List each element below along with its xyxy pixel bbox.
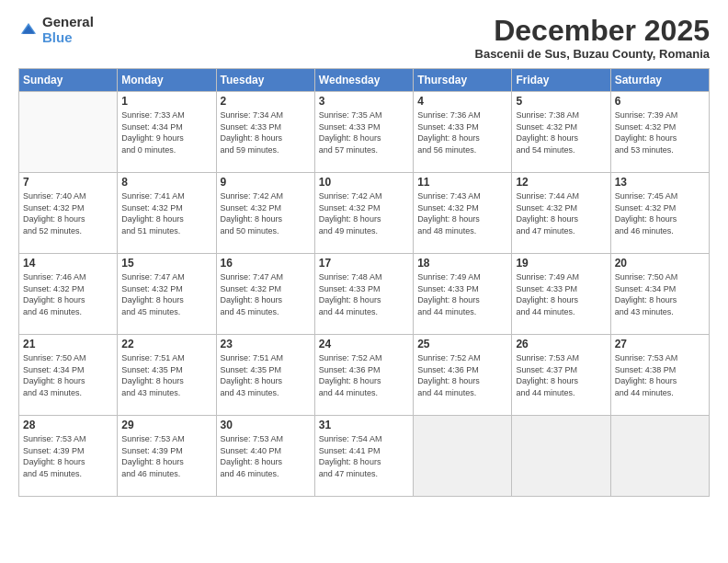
day-info: Sunrise: 7:41 AMSunset: 4:32 PMDaylight:… — [121, 190, 211, 236]
table-row: 2Sunrise: 7:34 AMSunset: 4:33 PMDaylight… — [216, 92, 314, 173]
day-number: 21 — [23, 338, 113, 350]
table-row: 27Sunrise: 7:53 AMSunset: 4:38 PMDayligh… — [610, 335, 709, 416]
day-number: 1 — [121, 95, 211, 108]
table-row — [19, 92, 118, 173]
day-number: 29 — [121, 419, 211, 431]
day-info: Sunrise: 7:50 AMSunset: 4:34 PMDaylight:… — [615, 271, 705, 317]
logo-icon — [18, 20, 39, 40]
table-row: 29Sunrise: 7:53 AMSunset: 4:39 PMDayligh… — [118, 416, 216, 497]
day-info: Sunrise: 7:44 AMSunset: 4:32 PMDaylight:… — [516, 190, 606, 236]
table-row — [512, 416, 610, 497]
day-number: 11 — [417, 176, 507, 189]
day-info: Sunrise: 7:52 AMSunset: 4:36 PMDaylight:… — [417, 352, 507, 398]
table-row: 23Sunrise: 7:51 AMSunset: 4:35 PMDayligh… — [216, 335, 314, 416]
table-row: 26Sunrise: 7:53 AMSunset: 4:37 PMDayligh… — [512, 335, 610, 416]
day-info: Sunrise: 7:46 AMSunset: 4:32 PMDaylight:… — [23, 271, 113, 317]
day-info: Sunrise: 7:39 AMSunset: 4:32 PMDaylight:… — [615, 109, 705, 155]
day-info: Sunrise: 7:53 AMSunset: 4:40 PMDaylight:… — [221, 433, 311, 479]
day-number: 15 — [121, 257, 211, 270]
day-number: 28 — [23, 419, 113, 431]
table-row: 18Sunrise: 7:49 AMSunset: 4:33 PMDayligh… — [414, 254, 512, 335]
day-info: Sunrise: 7:38 AMSunset: 4:32 PMDaylight:… — [516, 109, 606, 155]
col-saturday: Saturday — [610, 69, 709, 92]
day-info: Sunrise: 7:51 AMSunset: 4:35 PMDaylight:… — [221, 352, 311, 398]
table-row: 14Sunrise: 7:46 AMSunset: 4:32 PMDayligh… — [19, 254, 118, 335]
table-row: 6Sunrise: 7:39 AMSunset: 4:32 PMDaylight… — [610, 92, 709, 173]
table-row: 31Sunrise: 7:54 AMSunset: 4:41 PMDayligh… — [314, 416, 413, 497]
day-number: 27 — [615, 338, 705, 350]
day-info: Sunrise: 7:35 AMSunset: 4:33 PMDaylight:… — [319, 109, 409, 155]
table-row: 11Sunrise: 7:43 AMSunset: 4:32 PMDayligh… — [414, 173, 512, 254]
table-row: 4Sunrise: 7:36 AMSunset: 4:33 PMDaylight… — [414, 92, 512, 173]
day-number: 6 — [615, 95, 705, 108]
day-number: 10 — [319, 176, 409, 189]
col-monday: Monday — [118, 69, 216, 92]
calendar-week-row: 28Sunrise: 7:53 AMSunset: 4:39 PMDayligh… — [19, 416, 710, 497]
col-sunday: Sunday — [19, 69, 118, 92]
day-info: Sunrise: 7:40 AMSunset: 4:32 PMDaylight:… — [23, 190, 113, 236]
day-info: Sunrise: 7:49 AMSunset: 4:33 PMDaylight:… — [417, 271, 507, 317]
title-block: December 2025 Bascenii de Sus, Buzau Cou… — [475, 15, 710, 61]
day-number: 13 — [615, 176, 705, 189]
header: General Blue December 2025 Bascenii de S… — [18, 15, 710, 61]
col-thursday: Thursday — [414, 69, 512, 92]
day-info: Sunrise: 7:51 AMSunset: 4:35 PMDaylight:… — [121, 352, 211, 398]
day-info: Sunrise: 7:54 AMSunset: 4:41 PMDaylight:… — [319, 433, 409, 479]
day-number: 25 — [417, 338, 507, 350]
day-number: 26 — [516, 338, 606, 350]
day-info: Sunrise: 7:53 AMSunset: 4:39 PMDaylight:… — [23, 433, 113, 479]
calendar-header-row: Sunday Monday Tuesday Wednesday Thursday… — [19, 69, 710, 92]
month-title: December 2025 — [475, 15, 710, 47]
logo-blue-text: Blue — [42, 30, 94, 46]
day-info: Sunrise: 7:48 AMSunset: 4:33 PMDaylight:… — [319, 271, 409, 317]
day-number: 3 — [319, 95, 409, 108]
day-info: Sunrise: 7:42 AMSunset: 4:32 PMDaylight:… — [319, 190, 409, 236]
day-info: Sunrise: 7:42 AMSunset: 4:32 PMDaylight:… — [221, 190, 311, 236]
day-number: 14 — [23, 257, 113, 270]
day-info: Sunrise: 7:53 AMSunset: 4:38 PMDaylight:… — [615, 352, 705, 398]
day-number: 30 — [221, 419, 311, 431]
day-number: 22 — [121, 338, 211, 350]
day-number: 7 — [23, 176, 113, 189]
day-number: 23 — [221, 338, 311, 350]
day-number: 4 — [417, 95, 507, 108]
calendar-week-row: 7Sunrise: 7:40 AMSunset: 4:32 PMDaylight… — [19, 173, 710, 254]
logo: General Blue — [18, 15, 94, 45]
page: General Blue December 2025 Bascenii de S… — [0, 0, 728, 563]
table-row: 19Sunrise: 7:49 AMSunset: 4:33 PMDayligh… — [512, 254, 610, 335]
day-number: 8 — [121, 176, 211, 189]
table-row: 12Sunrise: 7:44 AMSunset: 4:32 PMDayligh… — [512, 173, 610, 254]
day-info: Sunrise: 7:43 AMSunset: 4:32 PMDaylight:… — [417, 190, 507, 236]
day-info: Sunrise: 7:47 AMSunset: 4:32 PMDaylight:… — [121, 271, 211, 317]
day-number: 9 — [221, 176, 311, 189]
logo-general-text: General — [42, 15, 94, 30]
day-info: Sunrise: 7:34 AMSunset: 4:33 PMDaylight:… — [221, 109, 311, 155]
day-number: 19 — [516, 257, 606, 270]
day-info: Sunrise: 7:36 AMSunset: 4:33 PMDaylight:… — [417, 109, 507, 155]
table-row: 20Sunrise: 7:50 AMSunset: 4:34 PMDayligh… — [610, 254, 709, 335]
day-number: 12 — [516, 176, 606, 189]
col-wednesday: Wednesday — [314, 69, 413, 92]
table-row: 15Sunrise: 7:47 AMSunset: 4:32 PMDayligh… — [118, 254, 216, 335]
day-info: Sunrise: 7:53 AMSunset: 4:39 PMDaylight:… — [121, 433, 211, 479]
table-row: 1Sunrise: 7:33 AMSunset: 4:34 PMDaylight… — [118, 92, 216, 173]
table-row: 28Sunrise: 7:53 AMSunset: 4:39 PMDayligh… — [19, 416, 118, 497]
table-row — [610, 416, 709, 497]
table-row — [414, 416, 512, 497]
table-row: 7Sunrise: 7:40 AMSunset: 4:32 PMDaylight… — [19, 173, 118, 254]
col-tuesday: Tuesday — [216, 69, 314, 92]
calendar-table: Sunday Monday Tuesday Wednesday Thursday… — [18, 68, 710, 497]
calendar-week-row: 21Sunrise: 7:50 AMSunset: 4:34 PMDayligh… — [19, 335, 710, 416]
day-info: Sunrise: 7:45 AMSunset: 4:32 PMDaylight:… — [615, 190, 705, 236]
table-row: 13Sunrise: 7:45 AMSunset: 4:32 PMDayligh… — [610, 173, 709, 254]
table-row: 3Sunrise: 7:35 AMSunset: 4:33 PMDaylight… — [314, 92, 413, 173]
day-info: Sunrise: 7:50 AMSunset: 4:34 PMDaylight:… — [23, 352, 113, 398]
col-friday: Friday — [512, 69, 610, 92]
day-number: 5 — [516, 95, 606, 108]
location-subtitle: Bascenii de Sus, Buzau County, Romania — [475, 47, 710, 61]
table-row: 10Sunrise: 7:42 AMSunset: 4:32 PMDayligh… — [314, 173, 413, 254]
table-row: 9Sunrise: 7:42 AMSunset: 4:32 PMDaylight… — [216, 173, 314, 254]
day-number: 18 — [417, 257, 507, 270]
table-row: 30Sunrise: 7:53 AMSunset: 4:40 PMDayligh… — [216, 416, 314, 497]
table-row: 17Sunrise: 7:48 AMSunset: 4:33 PMDayligh… — [314, 254, 413, 335]
